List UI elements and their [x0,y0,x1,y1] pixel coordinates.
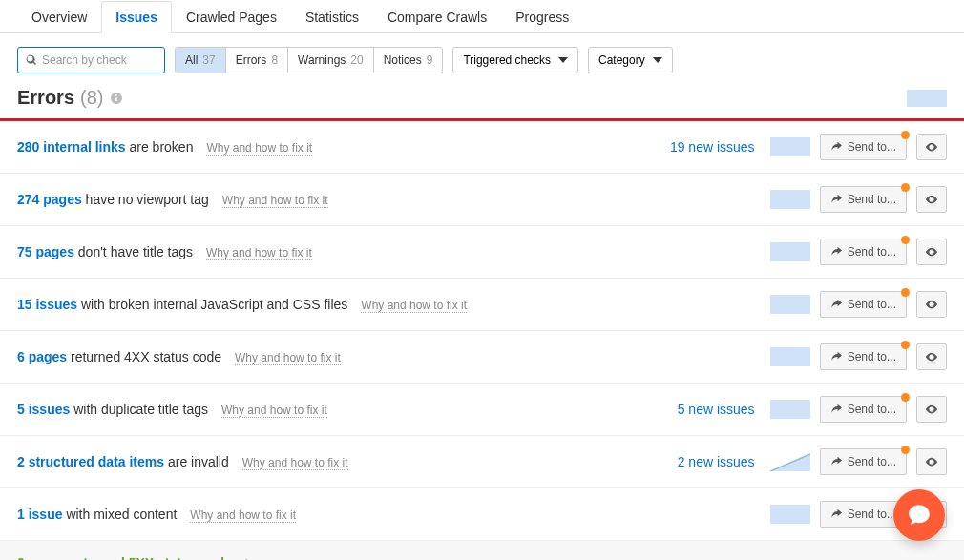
eye-icon [925,193,938,206]
share-icon [830,456,842,467]
chip-count: 9 [427,53,433,67]
issue-description: don't have title tags [78,244,193,259]
new-issues-count[interactable]: 19 new issues [670,139,755,155]
filter-chip-warnings[interactable]: Warnings 20 [288,48,374,73]
share-icon [830,404,842,415]
new-issues-count[interactable]: 5 new issues [678,402,755,417]
hide-button[interactable] [916,343,947,370]
sparkline [770,242,810,261]
triggered-checks-dropdown[interactable]: Triggered checks [452,47,578,73]
tab-crawled-pages[interactable]: Crawled Pages [172,1,291,33]
send-to-button[interactable]: Send to... [820,291,907,318]
chat-fab[interactable] [893,489,945,541]
zero-issue-list: 0 pages returned 5XX status codeLearn mo… [0,541,964,560]
eye-icon [925,245,938,259]
info-icon[interactable] [111,93,122,104]
issue-link[interactable]: 6 pages [17,349,67,364]
notification-dot [901,288,910,297]
send-label: Send to... [848,350,896,363]
hide-button[interactable] [916,448,947,475]
fix-link[interactable]: Why and how to fix it [221,404,327,418]
hide-button[interactable] [916,291,947,318]
send-to-button[interactable]: Send to... [820,448,907,475]
category-dropdown[interactable]: Category [588,47,673,73]
issue-description: have no viewport tag [86,192,209,207]
filter-chip-notices[interactable]: Notices 9 [374,48,443,73]
sparkline [770,347,810,366]
issue-row: 75 pages don't have title tagsWhy and ho… [0,226,964,279]
fix-link[interactable]: Why and how to fix it [206,141,312,156]
fix-link[interactable]: Why and how to fix it [235,351,341,365]
sparkline [770,295,810,314]
send-label: Send to... [848,193,896,206]
hide-button[interactable] [916,186,947,213]
notification-dot [901,341,910,349]
learn-more-link[interactable]: Learn more [245,557,304,561]
tab-progress[interactable]: Progress [501,1,583,33]
issue-row: 15 issues with broken internal JavaScrip… [0,279,964,331]
hide-button[interactable] [916,239,947,265]
eye-icon [925,455,938,468]
issue-description: returned 4XX status code [71,349,221,364]
share-icon [830,246,842,258]
chip-label: All [185,53,198,67]
send-to-button[interactable]: Send to... [820,239,907,265]
search-input[interactable] [42,53,157,67]
issue-link[interactable]: 274 pages [17,192,82,207]
issue-link[interactable]: 0 pages returned 5XX status code [17,555,232,561]
tab-issues[interactable]: Issues [101,1,172,33]
chat-icon [907,503,932,528]
fix-link[interactable]: Why and how to fix it [222,194,328,208]
issue-row: 274 pages have no viewport tagWhy and ho… [0,174,964,226]
issue-row-zero: 0 pages returned 5XX status codeLearn mo… [0,541,964,560]
dropdown-label: Category [598,53,645,67]
fix-link[interactable]: Why and how to fix it [242,456,348,470]
sparkline [907,553,947,560]
tab-overview[interactable]: Overview [17,1,101,33]
chip-count: 37 [202,53,215,67]
share-icon [830,299,842,310]
chevron-down-icon [653,57,662,63]
issue-description: with duplicate title tags [73,402,208,417]
chip-label: Errors [236,53,267,67]
eye-icon [925,350,938,363]
filter-bar: All 37Errors 8Warnings 20Notices 9 Trigg… [0,33,964,83]
notification-dot [901,131,910,139]
search-box[interactable] [17,47,165,73]
tab-compare-crawls[interactable]: Compare Crawls [373,1,501,33]
eye-icon [925,403,938,416]
filter-chip-errors[interactable]: Errors 8 [226,48,288,73]
send-label: Send to... [848,455,896,468]
chip-group: All 37Errors 8Warnings 20Notices 9 [175,47,443,73]
send-to-button[interactable]: Send to... [820,134,907,160]
fix-link[interactable]: Why and how to fix it [206,246,312,260]
issue-link[interactable]: 75 pages [17,244,74,259]
issue-link[interactable]: 2 structured data items [17,454,164,469]
fix-link[interactable]: Why and how to fix it [190,508,296,523]
issue-link[interactable]: 1 issue [17,507,62,522]
sparkline [770,505,810,524]
send-to-button[interactable]: Send to... [820,343,907,370]
issue-link[interactable]: 15 issues [17,297,77,312]
issue-link[interactable]: 280 internal links [17,139,126,155]
tab-statistics[interactable]: Statistics [291,1,373,33]
send-to-button[interactable]: Send to... [820,186,907,213]
fix-link[interactable]: Why and how to fix it [361,299,467,313]
send-label: Send to... [848,298,896,311]
section-title: Errors [17,87,74,109]
section-sparkline [907,90,947,107]
hide-button[interactable] [916,396,947,423]
new-issues-count[interactable]: 2 new issues [678,454,755,469]
issue-link[interactable]: 5 issues [17,402,70,417]
filter-chip-all[interactable]: All 37 [176,48,226,73]
search-icon [26,54,37,66]
notification-dot [901,393,910,402]
dropdown-label: Triggered checks [463,53,551,67]
sparkline [770,452,810,471]
send-label: Send to... [848,140,896,154]
notification-dot [901,183,910,192]
issue-list: 280 internal links are brokenWhy and how… [0,121,964,541]
notification-dot [901,236,910,244]
hide-button[interactable] [916,134,947,160]
send-to-button[interactable]: Send to... [820,396,907,423]
